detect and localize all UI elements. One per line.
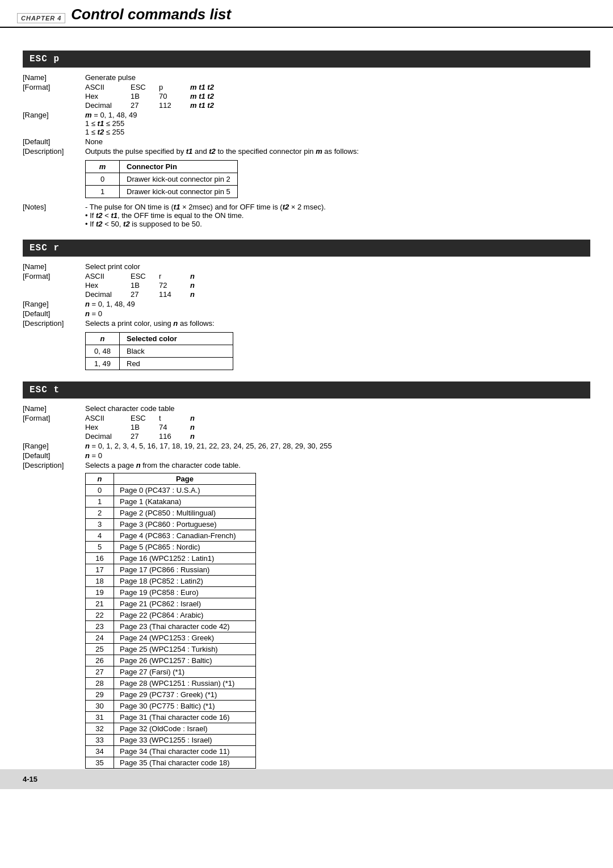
format-row: [Format] ASCII ESC t n Hex 1B 74 n xyxy=(23,414,590,441)
range-row: [Range] m = 0, 1, 48, 49 1 ≤ t1 ≤ 255 1 … xyxy=(23,111,590,136)
table-cell-color: Red xyxy=(120,358,233,370)
table-cell-page: Page 17 (PC866 : Russian) xyxy=(114,564,256,576)
page-number: 4-15 xyxy=(23,775,37,783)
esc-p-block: [Name] Generate pulse [Format] ASCII ESC… xyxy=(23,73,590,228)
format-label: [Format] xyxy=(23,272,85,280)
notes-value: - The pulse for ON time is (t1 × 2msec) … xyxy=(85,203,590,228)
esc-r-block: [Name] Select print color [Format] ASCII… xyxy=(23,262,590,370)
format-dec-c2: 112 xyxy=(159,101,190,110)
format-label: [Format] xyxy=(23,414,85,422)
table-cell-page: Page 16 (WPC1252 : Latin1) xyxy=(114,553,256,564)
table-row: 2Page 2 (PC850 : Multilingual) xyxy=(86,508,256,519)
format-ascii-c3: n xyxy=(190,414,224,422)
default-value: n = 0 xyxy=(85,451,590,460)
default-row: [Default] n = 0 xyxy=(23,451,590,460)
table-row: 34Page 34 (Thai character code 11) xyxy=(86,746,256,757)
note-line-3: • If t2 < 50, t2 is supposed to be 50. xyxy=(85,220,590,228)
table-cell-page: Page 19 (PC858 : Euro) xyxy=(114,587,256,598)
format-ascii-c1: ESC xyxy=(131,414,159,422)
table-cell-page: Page 28 (WPC1251 : Russian) (*1) xyxy=(114,678,256,689)
esc-t-table: n Page 0Page 0 (PC437 : U.S.A.)1Page 1 (… xyxy=(85,473,256,769)
table-row: 30Page 30 (PC775 : Baltic) (*1) xyxy=(86,701,256,712)
format-row: [Format] ASCII ESC r n Hex 1B 72 n xyxy=(23,272,590,299)
range-value: m = 0, 1, 48, 49 1 ≤ t1 ≤ 255 1 ≤ t2 ≤ 2… xyxy=(85,111,590,136)
description-label: [Description] xyxy=(23,461,85,469)
description-value: Outputs the pulse specified by t1 and t2… xyxy=(85,147,590,156)
format-hex-c2: 70 xyxy=(159,92,190,100)
table-cell-n: 25 xyxy=(86,644,114,655)
table-cell-page: Page 27 (Farsi) (*1) xyxy=(114,666,256,678)
format-ascii-type: ASCII xyxy=(85,414,131,422)
notes-label: [Notes] xyxy=(23,203,85,211)
table-row: 19Page 19 (PC858 : Euro) xyxy=(86,587,256,598)
table-cell-page: Page 18 (PC852 : Latin2) xyxy=(114,576,256,587)
default-row: [Default] n = 0 xyxy=(23,309,590,318)
format-value: ASCII ESC p m t1 t2 Hex 1B 70 m t1 t2 De… xyxy=(85,83,590,110)
default-label: [Default] xyxy=(23,137,85,146)
table-cell-n: 1, 49 xyxy=(86,358,120,370)
table-row: 18Page 18 (PC852 : Latin2) xyxy=(86,576,256,587)
range-value: n = 0, 1, 2, 3, 4, 5, 16, 17, 18, 19, 21… xyxy=(85,442,590,450)
format-hex-c1: 1B xyxy=(131,423,159,431)
range-line-1: m = 0, 1, 48, 49 xyxy=(85,111,590,119)
table-row: 21Page 21 (PC862 : Israel) xyxy=(86,598,256,610)
section-header-esc-t: ESC t xyxy=(23,381,590,399)
section-header-esc-p: ESC p xyxy=(23,51,590,68)
table-cell-m: 1 xyxy=(86,186,120,198)
description-value: Selects a print color, using n as follow… xyxy=(85,319,590,328)
description-value: Selects a page n from the character code… xyxy=(85,461,590,469)
table-cell-n: 1 xyxy=(86,496,114,508)
page-footer: 4-15 xyxy=(0,769,613,789)
format-ascii-type: ASCII xyxy=(85,83,131,91)
name-row: [Name] Generate pulse xyxy=(23,73,590,82)
table-cell-n: 28 xyxy=(86,678,114,689)
table-cell-n: 22 xyxy=(86,610,114,621)
format-value: ASCII ESC r n Hex 1B 72 n Decimal 27 xyxy=(85,272,590,299)
table-cell-page: Page 2 (PC850 : Multilingual) xyxy=(114,508,256,519)
table-cell-page: Page 1 (Katakana) xyxy=(114,496,256,508)
name-label: [Name] xyxy=(23,262,85,271)
table-cell-n: 27 xyxy=(86,666,114,678)
table-cell-n: 31 xyxy=(86,712,114,723)
format-dec-c1: 27 xyxy=(131,290,159,299)
table-row: 0 Drawer kick-out connector pin 2 xyxy=(86,173,238,186)
table-row: 33Page 33 (WPC1255 : Israel) xyxy=(86,735,256,746)
table-cell-n: 35 xyxy=(86,757,114,769)
table-cell-page: Page 3 (PC860 : Portuguese) xyxy=(114,519,256,530)
table-row: 22Page 22 (PC864 : Arabic) xyxy=(86,610,256,621)
table-cell-n: 24 xyxy=(86,632,114,644)
range-row: [Range] n = 0, 1, 48, 49 xyxy=(23,300,590,308)
format-hex-c3: m t1 t2 xyxy=(190,92,241,100)
table-cell-page: Page 26 (WPC1257 : Baltic) xyxy=(114,655,256,666)
table-cell-page: Page 33 (WPC1255 : Israel) xyxy=(114,735,256,746)
page-header: CHAPTER 4 Control commands list xyxy=(0,0,613,28)
format-hex-c3: n xyxy=(190,423,224,431)
range-value: n = 0, 1, 48, 49 xyxy=(85,300,590,308)
format-ascii-c3: n xyxy=(190,272,224,280)
table-cell-n: 3 xyxy=(86,519,114,530)
table-row: 35Page 35 (Thai character code 18) xyxy=(86,757,256,769)
format-hex-c2: 74 xyxy=(159,423,190,431)
description-label: [Description] xyxy=(23,319,85,328)
table-row: 4Page 4 (PC863 : Canadian-French) xyxy=(86,530,256,542)
default-row: [Default] None xyxy=(23,137,590,146)
format-ascii-c2: t xyxy=(159,414,190,422)
table-header-n: n xyxy=(86,473,114,485)
esc-r-table: n Selected color 0, 48 Black 1, 49 Red xyxy=(85,332,233,370)
esc-t-block: [Name] Select character code table [Form… xyxy=(23,404,590,769)
description-row: [Description] Selects a page n from the … xyxy=(23,461,590,469)
range-line-3: 1 ≤ t2 ≤ 255 xyxy=(85,128,590,136)
table-row: 29Page 29 (PC737 : Greek) (*1) xyxy=(86,689,256,701)
format-dec-c3: n xyxy=(190,290,224,299)
table-cell-n: 19 xyxy=(86,587,114,598)
table-cell-page: Page 0 (PC437 : U.S.A.) xyxy=(114,485,256,496)
table-cell-n: 5 xyxy=(86,542,114,553)
table-row: 27Page 27 (Farsi) (*1) xyxy=(86,666,256,678)
page-title: Control commands list xyxy=(71,6,231,23)
table-row: 23Page 23 (Thai character code 42) xyxy=(86,621,256,632)
name-value: Generate pulse xyxy=(85,73,590,82)
format-dec-c3: n xyxy=(190,432,224,441)
table-header-page: Page xyxy=(114,473,256,485)
format-dec-c2: 116 xyxy=(159,432,190,441)
default-label: [Default] xyxy=(23,309,85,318)
